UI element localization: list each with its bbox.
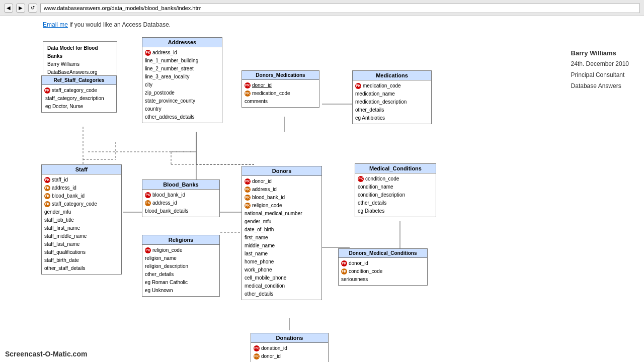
blood-banks-header: Blood_Banks — [142, 180, 219, 190]
table-row: eg Unknown — [145, 287, 217, 295]
table-row: other_details — [245, 290, 319, 298]
table-row: medical_condition — [245, 282, 319, 290]
table-row: PK staff_category_code — [44, 86, 114, 95]
table-row: FK address_id — [145, 199, 217, 207]
table-row: PK religion_code — [145, 246, 217, 254]
table-row: other_staff_details — [44, 264, 119, 273]
field-name: medication_code — [363, 82, 401, 90]
pk-icon: PK — [355, 83, 361, 89]
medications-table: Medications PK medication_code medicatio… — [352, 70, 432, 124]
donors-header: Donors — [242, 166, 321, 176]
table-row: city — [145, 81, 219, 89]
table-row: other_details — [358, 199, 433, 207]
fk-icon: FK — [245, 187, 251, 193]
table-row: other_details — [145, 270, 217, 279]
field-name: donor_id — [252, 81, 272, 89]
field-name: address_id — [252, 186, 277, 194]
table-row: staff_job_title — [44, 216, 119, 224]
table-row: cell_mobile_phone — [245, 274, 319, 282]
table-row: line_3_area_locality — [145, 73, 219, 81]
table-row: PK blood_bank_id — [145, 191, 217, 199]
fk-icon: FK — [245, 195, 251, 201]
forward-button[interactable]: ▶ — [16, 4, 25, 13]
table-row: date_of_birth — [245, 226, 319, 234]
table-row: FK donor_id — [254, 352, 326, 360]
field-name: address_id — [52, 184, 76, 192]
medical-conditions-header: Medical_Conditions — [355, 164, 436, 173]
staff-table: Staff PK staff_id FK address_id FK blood… — [41, 164, 122, 275]
pk-icon: PK — [145, 247, 151, 253]
page-content: Email me if you would like an Access Dat… — [0, 16, 644, 362]
table-row: FK blood_bank_id — [245, 194, 319, 202]
field-name: medication_code — [252, 89, 290, 98]
pk-icon: PK — [44, 87, 50, 94]
table-row: condition_description — [358, 191, 433, 199]
email-banner: Email me if you would like an Access Dat… — [43, 21, 171, 28]
pk-icon: PK — [358, 176, 364, 182]
table-row: PK address_id — [145, 49, 219, 57]
fk-icon: FK — [44, 193, 50, 199]
refresh-button[interactable]: ↺ — [28, 4, 37, 13]
table-row: eg Roman Catholic — [145, 279, 217, 287]
fk-icon: FK — [245, 90, 251, 97]
email-link[interactable]: Email me — [43, 21, 68, 28]
table-row: gender_mfu — [44, 208, 119, 216]
table-row: home_phone — [245, 258, 319, 266]
author-title: Principal Consultant — [571, 70, 629, 81]
donors-medical-conditions-header: Donors_Medical_Conditions — [339, 249, 427, 258]
blood-banks-table: Blood_Banks PK blood_bank_id FK address_… — [142, 179, 220, 217]
table-row: medication_name — [355, 90, 429, 98]
table-row: PK donor_id — [245, 81, 316, 89]
pk-icon: PK — [145, 192, 151, 198]
back-button[interactable]: ◀ — [4, 4, 13, 13]
table-row: blood_bank_details — [145, 207, 217, 215]
field-name: donation_id — [261, 344, 287, 352]
table-row: PK donation_id — [254, 344, 326, 352]
table-row: comments — [245, 98, 316, 106]
ref-staff-categories-header: Ref_Staff_Categories — [42, 76, 116, 85]
field-name: staff_id — [52, 176, 68, 184]
table-row: last_name — [245, 250, 319, 258]
field-name: condition_code — [365, 175, 399, 183]
table-row: staff_birth_date — [44, 256, 119, 264]
fk-icon: FK — [145, 200, 151, 206]
field-name: donor_id — [261, 352, 281, 360]
donors-table: Donors PK donor_id FK address_id FK bloo… — [242, 166, 322, 300]
fk-icon: FK — [44, 201, 50, 207]
pk-icon: PK — [245, 178, 251, 185]
table-row: other_details — [355, 106, 429, 114]
pk-icon: PK — [145, 50, 151, 56]
staff-header: Staff — [42, 165, 121, 174]
info-line1: Data Model for Blood Banks — [47, 44, 113, 60]
table-row: FK medication_code — [245, 89, 316, 98]
field-name: staff_category_code — [52, 86, 97, 95]
table-row: condition_name — [358, 183, 433, 191]
table-row: staff_first_name — [44, 224, 119, 232]
donors-medical-conditions-table: Donors_Medical_Conditions PK donor_id FK… — [338, 248, 428, 286]
field-name: religion_code — [252, 202, 282, 210]
info-line2: Barry Williams — [47, 60, 113, 68]
url-bar[interactable] — [40, 3, 640, 13]
author-org: Database Answers — [571, 81, 629, 92]
donations-table: Donations PK donation_id FK donor_id don… — [251, 333, 329, 362]
table-row: eg Doctor, Nurse — [44, 103, 114, 111]
table-row: middle_name — [245, 242, 319, 250]
field-name: address_id — [152, 199, 177, 207]
fk-icon: FK — [245, 203, 251, 209]
table-row: gender_mfu — [245, 218, 319, 226]
screencast-label: Screencast-O-Matic.com — [5, 350, 87, 358]
table-row: religion_description — [145, 262, 217, 270]
table-row: FK religion_code — [245, 202, 319, 210]
table-row: staff_category_description — [44, 95, 114, 103]
table-row: line_1_number_building — [145, 57, 219, 65]
table-row: zip_postcode — [145, 89, 219, 97]
author-name: Barry Williams — [571, 47, 629, 59]
table-row: FK address_id — [245, 186, 319, 194]
donors-medications-table: Donors_Medications PK donor_id FK medica… — [242, 70, 319, 108]
pk-icon: PK — [245, 82, 251, 88]
browser-chrome: ◀ ▶ ↺ — [0, 0, 644, 16]
field-name: address_id — [152, 49, 177, 57]
donations-header: Donations — [251, 333, 328, 343]
author-box: Barry Williams 24th. December 2010 Princ… — [571, 47, 629, 92]
ref-staff-categories-table: Ref_Staff_Categories PK staff_category_c… — [41, 75, 117, 113]
